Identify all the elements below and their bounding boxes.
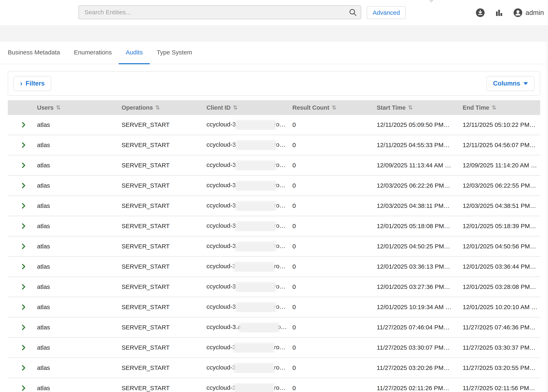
expander-cell (8, 385, 37, 392)
column-header-users[interactable]: Users⇅ (37, 104, 122, 111)
row-expand-chevron-icon[interactable] (20, 182, 27, 189)
client-id-prefix: ccycloud-3. (206, 202, 238, 209)
row-expand-chevron-icon[interactable] (20, 263, 27, 270)
table-body: atlasSERVER_STARTccycloud-3.ro…012/11/20… (8, 115, 540, 392)
row-expand-chevron-icon[interactable] (20, 162, 27, 169)
client-id-prefix: ccycloud-3. (206, 222, 238, 229)
end-time-cell: 11/27/2025 07:46:36 PM… (463, 324, 540, 331)
end-time-cell: 11/27/2025 03:30:37 PM… (463, 344, 540, 351)
client-id-prefix: ccycloud-3. (206, 242, 238, 249)
result-count-cell: 0 (292, 385, 377, 392)
row-expand-chevron-icon[interactable] (20, 324, 27, 331)
result-count-cell: 0 (292, 182, 377, 189)
sort-icon[interactable]: ⇅ (332, 104, 337, 111)
end-time-cell: 11/27/2025 02:11:56 PM… (463, 385, 540, 392)
statistics-bar-chart-icon[interactable] (494, 8, 504, 17)
start-time-cell: 12/01/2025 04:50:25 PM… (377, 243, 463, 250)
column-header-label: Start Time (377, 104, 406, 111)
client-id-prefix: ccycloud-3.a (206, 323, 241, 330)
row-expand-chevron-icon[interactable] (20, 385, 27, 392)
column-header-client-id[interactable]: Client ID⇅ (206, 104, 292, 111)
user-menu[interactable]: admin (513, 8, 544, 17)
end-time-cell: 12/09/2025 11:14:20 AM … (463, 162, 540, 169)
end-time-cell: 12/01/2025 03:28:08 PM… (463, 283, 540, 290)
expander-cell (8, 121, 37, 128)
row-expand-chevron-icon[interactable] (20, 364, 27, 371)
row-expand-chevron-icon[interactable] (20, 202, 27, 209)
sort-icon[interactable]: ⇅ (408, 104, 413, 111)
operation-cell: SERVER_START (122, 324, 206, 331)
tab-business-metadata[interactable]: Business Metadata (1, 41, 67, 64)
download-icon[interactable] (476, 8, 485, 17)
sort-icon[interactable]: ⇅ (233, 104, 238, 111)
row-expand-chevron-icon[interactable] (20, 142, 27, 148)
row-expand-chevron-icon[interactable] (20, 344, 27, 351)
audits-table: Users⇅Operations⇅Client ID⇅Result Count⇅… (8, 100, 540, 392)
start-time-cell: 11/27/2025 02:11:26 PM… (377, 385, 463, 392)
client-id-cell: ccycloud-3.ro… (206, 160, 292, 170)
result-count-cell: 0 (292, 162, 377, 169)
top-bar-actions: admin (476, 0, 544, 25)
column-header-operations[interactable]: Operations⇅ (122, 104, 206, 111)
client-id-cell: ccycloud-3.ro… (206, 181, 292, 191)
filters-toggle-button[interactable]: › Filters (14, 76, 51, 91)
row-expand-chevron-icon[interactable] (20, 223, 27, 230)
row-expand-chevron-icon[interactable] (20, 304, 27, 311)
chevron-right-icon: › (20, 80, 22, 87)
operation-cell: SERVER_START (122, 182, 206, 189)
client-id-suffix: .ro… (272, 344, 285, 350)
expander-cell (8, 182, 37, 189)
search-input[interactable] (78, 5, 361, 19)
table-row: atlasSERVER_STARTccycloud-3.ro…012/01/20… (8, 297, 540, 317)
operation-cell: SERVER_START (122, 121, 206, 128)
redacted-text-block (236, 221, 276, 231)
client-id-cell: ccycloud-3.ro… (206, 343, 292, 353)
expander-cell (8, 162, 37, 169)
tab-type-system[interactable]: Type System (150, 41, 199, 64)
result-count-cell: 0 (292, 202, 377, 209)
table-toolbar: › Filters Columns (8, 71, 540, 96)
columns-dropdown-button[interactable]: Columns (486, 76, 534, 91)
user-cell: atlas (37, 344, 122, 351)
start-time-cell: 12/11/2025 04:55:33 PM… (377, 142, 463, 148)
column-header-result-count[interactable]: Result Count⇅ (292, 104, 377, 111)
operation-cell: SERVER_START (122, 385, 206, 392)
start-time-cell: 12/11/2025 05:09:50 PM… (377, 121, 463, 128)
result-count-cell: 0 (292, 283, 377, 290)
sort-icon[interactable]: ⇅ (155, 104, 160, 111)
row-expand-chevron-icon[interactable] (20, 121, 27, 128)
row-expand-chevron-icon[interactable] (20, 283, 27, 290)
redacted-text-block (236, 140, 276, 150)
column-header-end-time[interactable]: End Time⇅ (463, 104, 540, 111)
sort-icon[interactable]: ⇅ (492, 104, 496, 111)
tab-enumerations[interactable]: Enumerations (67, 41, 119, 64)
column-header-start-time[interactable]: Start Time⇅ (377, 104, 463, 111)
end-time-cell: 12/01/2025 05:18:39 PM… (463, 223, 540, 230)
redacted-text-block (236, 201, 276, 211)
start-time-cell: 12/03/2025 06:22:26 PM… (377, 182, 463, 189)
user-avatar-icon (513, 8, 523, 17)
filters-button-label: Filters (26, 80, 45, 87)
table-row: atlasSERVER_STARTccycloud-3.ro…012/11/20… (8, 135, 540, 155)
redacted-text-block (236, 241, 276, 252)
user-cell: atlas (37, 243, 122, 250)
advanced-search-button[interactable]: Advanced (367, 6, 406, 19)
client-id-prefix: ccycloud-3. (206, 161, 238, 168)
client-id-cell: ccycloud-3.ro… (206, 241, 292, 252)
row-expand-chevron-icon[interactable] (20, 243, 27, 250)
result-count-cell: 0 (292, 223, 377, 230)
operation-cell: SERVER_START (122, 223, 206, 230)
top-bar: Advanced (0, 0, 548, 25)
expander-cell (8, 142, 37, 148)
table-header-row: Users⇅Operations⇅Client ID⇅Result Count⇅… (8, 100, 540, 115)
column-header-label: Operations (122, 104, 153, 111)
tab-audits[interactable]: Audits (119, 41, 150, 64)
search-icon[interactable] (349, 8, 357, 17)
sort-icon[interactable]: ⇅ (56, 104, 61, 111)
user-cell: atlas (37, 162, 122, 169)
expander-cell (8, 263, 37, 270)
screen: Advanced (0, 0, 548, 392)
expander-cell (8, 324, 37, 331)
redacted-text-block (239, 322, 279, 332)
end-time-cell: 12/01/2025 10:20:10 AM … (463, 304, 540, 311)
